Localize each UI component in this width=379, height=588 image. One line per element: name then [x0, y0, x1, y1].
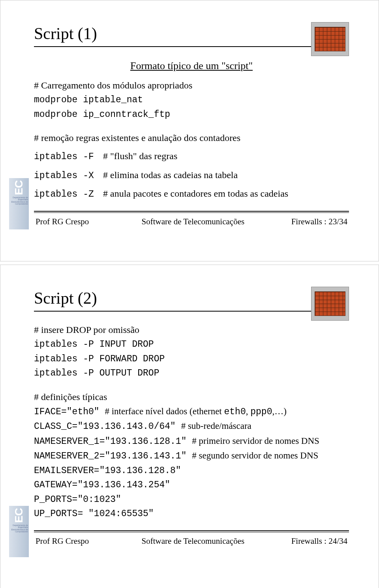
footer-author: Prof RG Crespo: [36, 217, 142, 227]
code-iptables-f: iptables -F: [34, 150, 103, 164]
code-drop-output: iptables -P OUTPUT DROP: [34, 366, 349, 380]
footer-course: Software de Telecomunicações: [142, 217, 276, 227]
comment-ns1: # primeiro servidor de nomes DNS: [192, 436, 319, 446]
code-email: EMAILSERVER="193.136.128.8": [34, 464, 349, 478]
code-iface: IFACE="eth0": [34, 407, 105, 417]
comment-remove: # remoção regras existentes e anulação d…: [34, 131, 349, 145]
row-iptables-f: iptables -F # "flush" das regras: [34, 149, 349, 164]
slide-1: Script (1) Formato típico de um "script"…: [0, 0, 379, 261]
row-iptables-x: iptables -X # elimina todas as cadeias n…: [34, 168, 349, 183]
footer-divider-bottom: [34, 532, 349, 532]
title-divider: [34, 46, 349, 47]
comment-iface-b: eth0: [224, 407, 246, 417]
code-ns1: NAMESERVER_1="193.136.128.1": [34, 436, 192, 447]
comment-load: # Carregamento dos módulos apropriados: [34, 78, 349, 92]
comment-ns2: # segundo servidor de nomes DNS: [192, 451, 318, 460]
code-upports: UP_PORTS= "1024:65535": [34, 507, 349, 521]
row-iface: IFACE="eth0" # interface nível dados (et…: [34, 405, 349, 419]
code-drop-input: iptables -P INPUT DROP: [34, 338, 349, 351]
comment-iface-d: ppp0: [250, 407, 272, 417]
code-modprobe-nat: modprobe iptable_nat: [34, 93, 349, 107]
logo-dept: Departamento de Engenharia Electrotécnic…: [9, 197, 29, 205]
slide-2: Script (2) # insere DROP por omissão ipt…: [0, 265, 379, 588]
footer-divider-bottom: [34, 212, 349, 213]
row-ns2: NAMESERVER_2="193.136.143.1" # segundo s…: [34, 449, 349, 463]
slide-content: # insere DROP por omissão iptables -P IN…: [34, 323, 349, 521]
footer-page: Firewalls : 24/34: [276, 536, 347, 546]
code-modprobe-ftp: modprobe ip_conntrack_ftp: [34, 108, 349, 122]
row-ns1: NAMESERVER_1="193.136.128.1" # primeiro …: [34, 434, 349, 449]
comment-iptables-z: # anula pacotes e contadores em todas as…: [103, 186, 288, 201]
title-divider: [34, 311, 349, 312]
comment-iptables-x: # elimina todas as cadeias na tabela: [103, 168, 238, 182]
block-defs: # definições típicas IFACE="eth0" # inte…: [34, 390, 349, 521]
comment-defs: # definições típicas: [34, 390, 349, 404]
slide-footer: Prof RG Crespo Software de Telecomunicaç…: [34, 217, 349, 227]
footer-course: Software de Telecomunicações: [142, 536, 276, 546]
code-ns2: NAMESERVER_2="193.136.143.1": [34, 451, 192, 461]
slide-footer: Prof RG Crespo Software de Telecomunicaç…: [34, 536, 349, 546]
block-remove: # remoção regras existentes e anulação d…: [34, 131, 349, 201]
slide-content: Formato típico de um "script" # Carregam…: [34, 58, 349, 201]
dept-logo: EC Departamento de Engenharia Electrotéc…: [9, 178, 29, 229]
logo-dept: Departamento de Engenharia Electrotécnic…: [9, 524, 29, 533]
code-classc: CLASS_C="193.136.143.0/64": [34, 421, 181, 432]
code-iptables-x: iptables -X: [34, 169, 103, 183]
comment-classc: # sub-rede/máscara: [181, 421, 251, 431]
row-classc: CLASS_C="193.136.143.0/64" # sub-rede/má…: [34, 419, 349, 434]
block-drop: # insere DROP por omissão iptables -P IN…: [34, 323, 349, 380]
code-iptables-z: iptables -Z: [34, 188, 103, 201]
firewall-icon: [311, 287, 349, 321]
firewall-icon: [311, 22, 349, 56]
logo-ec: EC: [13, 508, 25, 523]
block-load: # Carregamento dos módulos apropriados m…: [34, 78, 349, 121]
footer-author: Prof RG Crespo: [36, 536, 142, 546]
code-drop-forward: iptables -P FORWARD DROP: [34, 352, 349, 366]
code-gateway: GATEWAY="193.136.143.254": [34, 478, 349, 492]
dept-logo: EC Departamento de Engenharia Electrotéc…: [9, 506, 29, 557]
logo-ec: EC: [13, 180, 25, 195]
footer-divider-top: [34, 530, 349, 531]
subtitle: Formato típico de um "script": [34, 58, 349, 73]
footer-page: Firewalls : 23/34: [276, 217, 347, 227]
code-pports: P_PORTS="0:1023": [34, 493, 349, 507]
comment-iptables-f: # "flush" das regras: [103, 149, 177, 163]
slide-title: Script (1): [34, 24, 349, 43]
slide-title: Script (2): [34, 289, 349, 308]
comment-iface-c: ,: [246, 406, 251, 416]
row-iptables-z: iptables -Z # anula pacotes e contadores…: [34, 186, 349, 201]
footer-divider-top: [34, 211, 349, 212]
comment-iface-a: # interface nível dados (ethernet: [105, 406, 224, 416]
comment-iface-e: ,…): [272, 406, 286, 416]
comment-drop: # insere DROP por omissão: [34, 323, 349, 337]
